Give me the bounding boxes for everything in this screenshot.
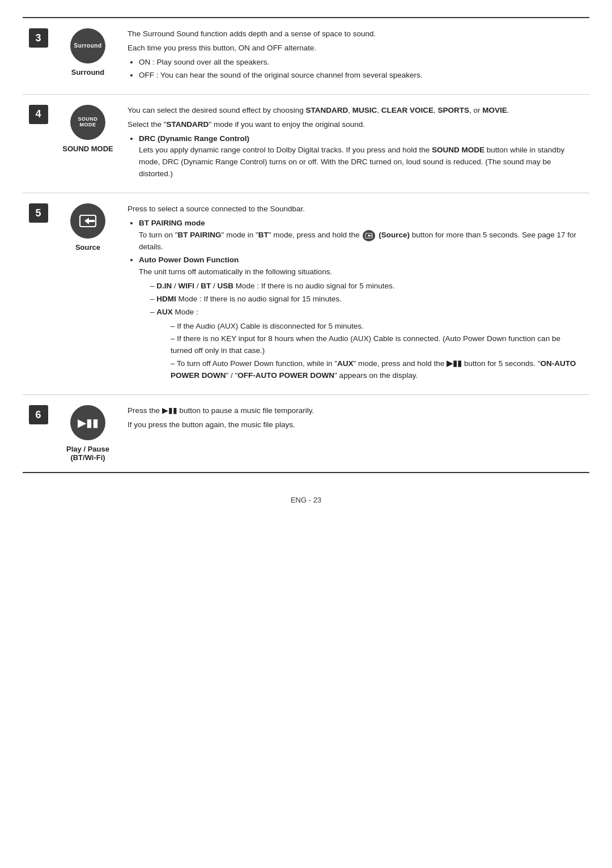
row-number-cell: 6 (23, 395, 54, 473)
surround-label: Surround (60, 68, 116, 76)
surround-icon-text: Surround (74, 42, 102, 49)
icon-cell-surround: Surround Surround (54, 18, 122, 94)
row-number-cell: 5 (23, 193, 54, 395)
icon-cell-source: Source (54, 193, 122, 395)
main-table: 3 Surround Surround The Surround Sound f… (23, 17, 589, 473)
sound-mode-icon-text: SOUNDMODE (78, 117, 97, 128)
row-number-badge: 3 (29, 28, 48, 48)
table-row: 3 Surround Surround The Surround Sound f… (23, 18, 589, 94)
table-row: 5 Source Press to select a source connec… (23, 193, 589, 395)
play-pause-description: Press the ▶▮▮ button to pause a music fi… (122, 395, 589, 473)
inline-source-svg (365, 232, 373, 239)
sound-mode-description: You can select the desired sound effect … (122, 94, 589, 193)
source-svg-icon (79, 213, 97, 229)
play-pause-label: Play / Pause(BT/Wi-Fi) (60, 445, 116, 462)
sound-mode-button-icon: SOUNDMODE (70, 105, 105, 140)
row-number-badge: 5 (29, 203, 48, 223)
row-number-badge: 4 (29, 105, 48, 124)
surround-button-icon: Surround (70, 28, 105, 63)
play-pause-button-icon: ▶▮▮ (70, 405, 105, 440)
play-pause-icon-symbol: ▶▮▮ (78, 416, 99, 429)
icon-cell-sound-mode: SOUNDMODE SOUND MODE (54, 94, 122, 193)
sound-mode-label: SOUND MODE (60, 144, 116, 153)
page-footer: ENG - 23 (23, 496, 589, 504)
inline-source-icon (363, 230, 375, 241)
icon-cell-play-pause: ▶▮▮ Play / Pause(BT/Wi-Fi) (54, 395, 122, 473)
row-number-cell: 3 (23, 18, 54, 94)
row-number-badge: 6 (29, 405, 48, 424)
footer-page-number: ENG - 23 (291, 496, 321, 504)
source-description: Press to select a source connected to th… (122, 193, 589, 395)
surround-description: The Surround Sound function adds depth a… (122, 18, 589, 94)
row-number-cell: 4 (23, 94, 54, 193)
table-row: 6 ▶▮▮ Play / Pause(BT/Wi-Fi) Press the ▶… (23, 395, 589, 473)
page-content: 3 Surround Surround The Surround Sound f… (23, 17, 589, 504)
source-label: Source (60, 243, 116, 252)
table-row: 4 SOUNDMODE SOUND MODE You can select th… (23, 94, 589, 193)
source-button-icon (70, 203, 105, 239)
